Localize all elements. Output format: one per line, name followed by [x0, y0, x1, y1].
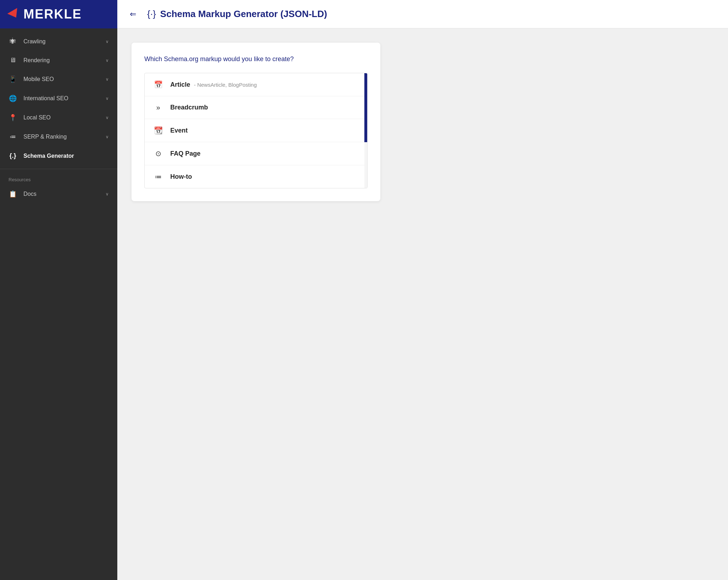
- breadcrumb-label: Breadcrumb: [170, 104, 208, 111]
- mobile-seo-icon: 📱: [9, 75, 17, 83]
- event-name: Event: [170, 127, 188, 134]
- serp-ranking-icon: ≔: [9, 133, 17, 141]
- header: MERKLE ⇐ {·} Schema Markup Generator (JS…: [0, 0, 728, 28]
- schema-option-article[interactable]: 📅 Article - NewsArticle, BlogPosting: [145, 73, 367, 96]
- chevron-down-icon: ∨: [106, 77, 109, 82]
- faq-page-icon: ⊙: [153, 149, 163, 158]
- how-to-label: How-to: [170, 173, 192, 181]
- local-seo-label: Local SEO: [23, 114, 99, 121]
- how-to-icon: ≔: [153, 172, 163, 181]
- serp-ranking-label: SERP & Ranking: [23, 134, 99, 140]
- international-seo-icon: 🌐: [9, 95, 17, 102]
- schema-option-breadcrumb[interactable]: » Breadcrumb: [145, 96, 367, 119]
- chevron-down-icon: ∨: [106, 134, 109, 139]
- sidebar-divider: [0, 169, 117, 169]
- header-title-area: {·} Schema Markup Generator (JSON-LD): [147, 9, 327, 20]
- local-seo-icon: 📍: [9, 114, 17, 122]
- schema-option-how-to[interactable]: ≔ How-to: [145, 165, 367, 188]
- schema-generator-icon: {.}: [9, 152, 17, 160]
- schema-option-event[interactable]: 📆 Event: [145, 119, 367, 142]
- international-seo-label: International SEO: [23, 95, 99, 102]
- article-icon: 📅: [153, 80, 163, 89]
- docs-icon: 📋: [9, 190, 17, 198]
- sidebar-item-international-seo[interactable]: 🌐 International SEO ∨: [0, 89, 117, 108]
- breadcrumb-icon: »: [153, 103, 163, 112]
- back-arrow-icon: ⇐: [130, 10, 136, 19]
- header-nav: ⇐ {·} Schema Markup Generator (JSON-LD): [117, 0, 728, 28]
- sidebar-item-rendering[interactable]: 🖥 Rendering ∨: [0, 51, 117, 70]
- how-to-name: How-to: [170, 173, 192, 180]
- chevron-down-icon: ∨: [106, 115, 109, 120]
- scrollbar[interactable]: [364, 73, 367, 188]
- breadcrumb-name: Breadcrumb: [170, 104, 208, 111]
- sidebar-item-mobile-seo[interactable]: 📱 Mobile SEO ∨: [0, 70, 117, 89]
- event-icon: 📆: [153, 126, 163, 135]
- chevron-down-icon: ∨: [106, 58, 109, 63]
- schema-dropdown: 📅 Article - NewsArticle, BlogPosting » B…: [144, 73, 368, 188]
- resources-label: Resources: [0, 173, 117, 184]
- rendering-icon: 🖥: [9, 57, 17, 64]
- sidebar-item-schema-generator[interactable]: {.} Schema Generator: [0, 146, 117, 165]
- faq-page-name: FAQ Page: [170, 150, 200, 157]
- back-button[interactable]: ⇐: [126, 7, 140, 21]
- sidebar-item-docs[interactable]: 📋 Docs ∨: [0, 184, 117, 204]
- crawling-label: Crawling: [23, 38, 99, 45]
- logo-area: MERKLE: [0, 0, 117, 28]
- chevron-down-icon: ∨: [106, 192, 109, 197]
- docs-label: Docs: [23, 191, 99, 197]
- event-label: Event: [170, 127, 188, 134]
- schema-option-faq-page[interactable]: ⊙ FAQ Page: [145, 142, 367, 165]
- logo-triangle-icon: [7, 8, 21, 20]
- rendering-label: Rendering: [23, 57, 99, 64]
- main-layout: 🕷 Crawling ∨ 🖥 Rendering ∨ 📱 Mobile SEO …: [0, 28, 728, 580]
- chevron-down-icon: ∨: [106, 39, 109, 44]
- article-label: Article - NewsArticle, BlogPosting: [170, 81, 257, 88]
- chevron-down-icon: ∨: [106, 96, 109, 101]
- sidebar: 🕷 Crawling ∨ 🖥 Rendering ∨ 📱 Mobile SEO …: [0, 28, 117, 580]
- logo-text: MERKLE: [23, 7, 82, 22]
- mobile-seo-label: Mobile SEO: [23, 76, 99, 82]
- card-question: Which Schema.org markup would you like t…: [144, 55, 368, 63]
- article-name: Article: [170, 81, 190, 88]
- schema-generator-icon: {·}: [147, 9, 156, 20]
- sidebar-item-local-seo[interactable]: 📍 Local SEO ∨: [0, 108, 117, 127]
- sidebar-item-serp-ranking[interactable]: ≔ SERP & Ranking ∨: [0, 127, 117, 146]
- faq-page-label: FAQ Page: [170, 150, 200, 157]
- crawling-icon: 🕷: [9, 38, 17, 45]
- schema-card: Which Schema.org markup would you like t…: [132, 43, 380, 201]
- content-area: Which Schema.org markup would you like t…: [117, 28, 728, 580]
- schema-generator-label: Schema Generator: [23, 153, 109, 159]
- sidebar-item-crawling[interactable]: 🕷 Crawling ∨: [0, 32, 117, 51]
- article-subtitle: - NewsArticle, BlogPosting: [194, 82, 257, 88]
- scrollbar-thumb: [364, 73, 367, 142]
- page-title: Schema Markup Generator (JSON-LD): [160, 9, 327, 20]
